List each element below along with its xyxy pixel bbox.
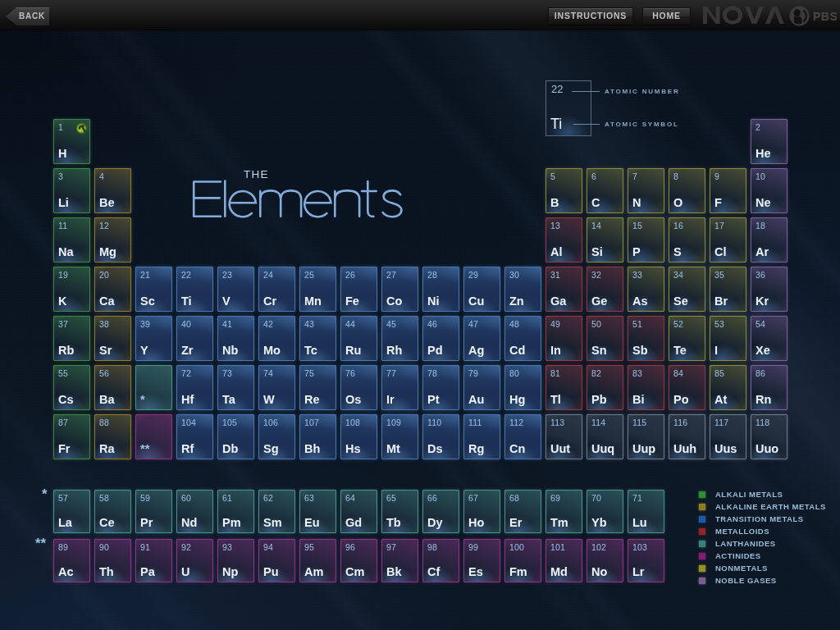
svg-text:PBS: PBS bbox=[813, 10, 837, 23]
